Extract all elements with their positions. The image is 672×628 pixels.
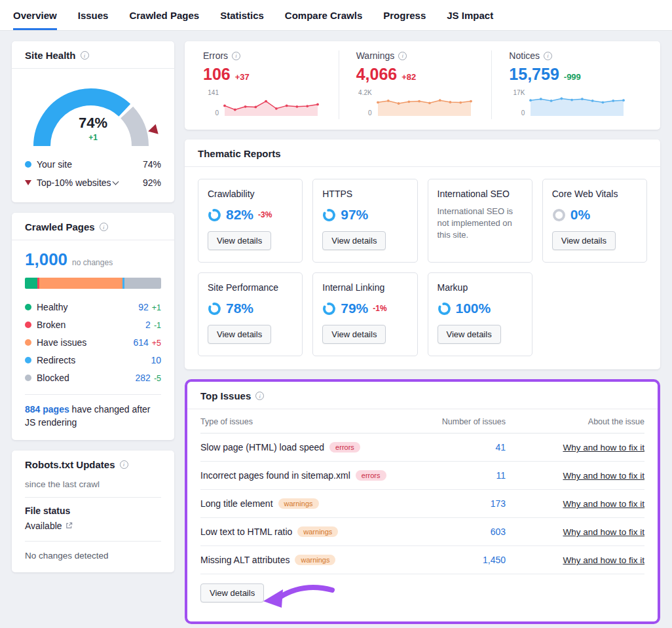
crawled-pages-total-row: 1,000 no changes xyxy=(25,249,161,270)
why-how-to-fix-link[interactable]: Why and how to fix it xyxy=(563,527,644,537)
errors-value[interactable]: 106 xyxy=(203,65,231,84)
tab-progress[interactable]: Progress xyxy=(383,0,426,30)
tab-compare-crawls[interactable]: Compare Crawls xyxy=(285,0,362,30)
broken-count-link[interactable]: 2 xyxy=(145,320,151,330)
file-status-label: File status xyxy=(25,506,161,516)
thematic-delta: -1% xyxy=(373,304,386,313)
top-issues-view-details-button[interactable]: View details xyxy=(200,583,264,602)
view-details-button[interactable]: View details xyxy=(438,325,501,344)
why-how-to-fix-link[interactable]: Why and how to fix it xyxy=(563,443,644,453)
issue-count-link[interactable]: 603 xyxy=(491,526,506,537)
y-min: 0 xyxy=(203,109,219,117)
redirects-count-link[interactable]: 10 xyxy=(151,355,161,365)
crawled-pages-body: 1,000 no changes Healthy 92+1 xyxy=(12,240,174,440)
view-details-button[interactable]: View details xyxy=(208,231,271,250)
metric-label-row: Notices xyxy=(509,50,642,61)
gauge-text: 74% +1 xyxy=(26,115,160,142)
issue-name: Missing ALT attributes xyxy=(200,555,289,565)
progress-ring-icon xyxy=(322,208,336,222)
column-about-the-issue: About the issue xyxy=(506,417,644,426)
y-axis-labels: 4.2K 0 xyxy=(356,89,372,117)
site-health-legend: Your site 74% Top-10% websites 92% xyxy=(12,155,174,202)
tab-js-impact[interactable]: JS Impact xyxy=(447,0,493,30)
why-how-to-fix-link[interactable]: Why and how to fix it xyxy=(563,555,644,565)
why-how-to-fix-link[interactable]: Why and how to fix it xyxy=(563,499,644,509)
metric-label: Errors xyxy=(203,50,228,61)
info-icon[interactable] xyxy=(398,52,407,60)
view-details-button[interactable]: View details xyxy=(322,325,386,344)
healthy-count-link[interactable]: 92 xyxy=(138,302,149,312)
thematic-value: 78% xyxy=(226,301,253,316)
orange-dot-icon xyxy=(25,339,31,346)
thematic-card-title: Markup xyxy=(438,282,523,293)
thematic-value: 100% xyxy=(456,301,491,316)
table-row: Low text to HTML ratiowarnings 603 Why a… xyxy=(200,518,644,546)
blocked-count-link[interactable]: 282 xyxy=(136,373,151,383)
severity-badge: warnings xyxy=(295,555,335,565)
info-icon[interactable] xyxy=(100,223,108,231)
notices-value[interactable]: 15,759 xyxy=(509,65,559,84)
legend-label: Redirects xyxy=(37,355,75,365)
legend-value: 92% xyxy=(143,177,161,188)
info-icon[interactable] xyxy=(120,460,128,469)
info-icon[interactable] xyxy=(81,51,89,60)
issue-count-link[interactable]: 41 xyxy=(495,442,506,453)
tab-overview[interactable]: Overview xyxy=(13,0,57,30)
chevron-down-icon[interactable] xyxy=(112,179,119,185)
divider xyxy=(25,394,161,395)
why-how-to-fix-link[interactable]: Why and how to fix it xyxy=(563,471,644,481)
gauge-value: 74% xyxy=(26,115,160,132)
warnings-sparkline xyxy=(376,89,474,119)
thematic-card-note: International SEO is not implemented on … xyxy=(438,206,523,242)
robots-note: No changes detected xyxy=(25,542,161,561)
view-details-button[interactable]: View details xyxy=(208,325,271,344)
robots-txt-title: Robots.txt Updates xyxy=(25,459,115,470)
thematic-card-title: Site Performance xyxy=(208,282,293,293)
thematic-value: 79% xyxy=(341,301,368,316)
have-issues-count-link[interactable]: 614 xyxy=(133,337,148,348)
view-details-button[interactable]: View details xyxy=(552,231,616,250)
issue-count-link[interactable]: 1,450 xyxy=(483,555,506,565)
legend-label: Broken xyxy=(37,320,65,330)
errors-delta: +37 xyxy=(235,72,250,82)
column-number-of-issues: Number of issues xyxy=(407,417,506,426)
crawled-pages-total[interactable]: 1,000 xyxy=(25,249,67,270)
tab-statistics[interactable]: Statistics xyxy=(220,0,264,30)
red-dot-icon xyxy=(25,322,31,328)
notices-sparkline xyxy=(529,89,627,119)
file-status-link[interactable]: Available xyxy=(25,521,73,531)
thematic-card-internal-linking: Internal Linking 79% -1% View details xyxy=(312,272,417,356)
table-row: Missing ALT attributeswarnings 1,450 Why… xyxy=(200,546,644,574)
metric-label: Warnings xyxy=(356,50,395,61)
thematic-reports-card: Thematic Reports Crawlability 82% -3% Vi… xyxy=(185,139,660,369)
warnings-value[interactable]: 4,066 xyxy=(356,65,398,84)
thematic-delta: -3% xyxy=(258,210,272,219)
view-details-button[interactable]: View details xyxy=(322,231,386,250)
notices-chart: 17K 0 xyxy=(509,89,642,119)
issue-name: Long title element xyxy=(200,498,273,509)
thematic-card-title: International SEO xyxy=(438,189,523,199)
tab-crawled-pages[interactable]: Crawled Pages xyxy=(129,0,199,30)
thematic-reports-header: Thematic Reports xyxy=(185,139,660,167)
info-icon[interactable] xyxy=(544,52,552,60)
legend-delta: -1 xyxy=(154,321,161,330)
tab-issues[interactable]: Issues xyxy=(78,0,109,30)
metric-errors: Errors 106 +37 141 0 xyxy=(200,50,339,119)
info-icon[interactable] xyxy=(255,392,264,400)
metric-label-row: Errors xyxy=(203,50,336,61)
legend-top10-websites[interactable]: Top-10% websites 92% xyxy=(25,174,161,192)
issue-count-link[interactable]: 173 xyxy=(491,498,506,509)
issue-count-link[interactable]: 11 xyxy=(496,470,506,481)
legend-label: Your site xyxy=(37,159,72,170)
js-rendering-note: 884 pages have changed after JS renderin… xyxy=(25,403,161,430)
top-issues-footer: View details xyxy=(200,574,644,621)
info-icon[interactable] xyxy=(232,52,240,60)
top-issues-highlight: Top Issues Type of issues Number of issu… xyxy=(185,379,660,624)
top-issues-title: Top Issues xyxy=(200,390,251,401)
issue-name: Incorrect pages found in sitemap.xml xyxy=(200,470,350,481)
legend-delta: +5 xyxy=(152,339,161,348)
crawled-pages-card: Crawled Pages 1,000 no changes Heal xyxy=(12,213,174,440)
thematic-card-title: HTTPS xyxy=(322,189,407,199)
changed-pages-link[interactable]: 884 pages xyxy=(25,404,69,415)
gray-dot-icon xyxy=(25,375,31,381)
